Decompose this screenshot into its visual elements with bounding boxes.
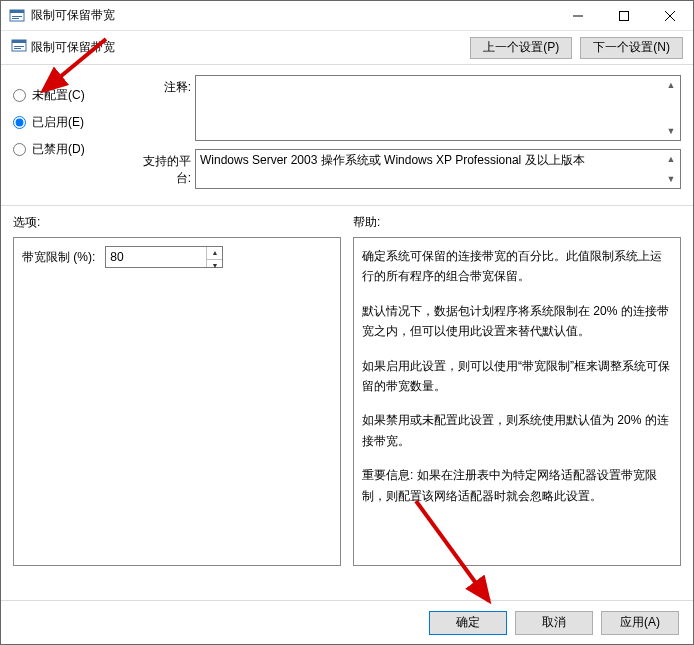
comment-input[interactable]: ▲ ▼ (195, 75, 681, 141)
svg-rect-2 (12, 16, 22, 17)
svg-rect-7 (14, 46, 24, 47)
radio-not-configured-label: 未配置(C) (32, 87, 85, 104)
prev-setting-button[interactable]: 上一个设置(P) (470, 37, 572, 59)
svg-rect-1 (10, 10, 24, 13)
subheader-title: 限制可保留带宽 (31, 39, 115, 56)
lower-area: 选项: 带宽限制 (%): ▲ ▼ 帮助: 确定系统可保留的连接带宽的百分比。此… (1, 206, 693, 566)
help-p1: 确定系统可保留的连接带宽的百分比。此值限制系统上运行的所有程序的组合带宽保留。 (362, 246, 672, 287)
radio-disabled-label: 已禁用(D) (32, 141, 85, 158)
close-button[interactable] (647, 1, 693, 31)
config-area: 未配置(C) 已启用(E) 已禁用(D) 注释: ▲ ▼ 支持的平台: Wind (1, 65, 693, 206)
subheader: 限制可保留带宽 上一个设置(P) 下一个设置(N) (1, 31, 693, 65)
svg-rect-3 (12, 18, 19, 19)
title-bar: 限制可保留带宽 (1, 1, 693, 31)
help-p5: 重要信息: 如果在注册表中为特定网络适配器设置带宽限制，则配置该网络适配器时就会… (362, 465, 672, 506)
dialog-buttons: 确定 取消 应用(A) (1, 600, 693, 644)
scroll-down-icon[interactable]: ▼ (663, 123, 679, 139)
comment-scrollbar[interactable]: ▲ ▼ (663, 77, 679, 139)
spinner-down-icon[interactable]: ▼ (207, 260, 222, 272)
help-p4: 如果禁用或未配置此设置，则系统使用默认值为 20% 的连接带宽。 (362, 410, 672, 451)
bandwidth-limit-spinner[interactable]: ▲ ▼ (105, 246, 223, 268)
radio-enabled-input[interactable] (13, 116, 26, 129)
spinner-up-icon[interactable]: ▲ (207, 247, 222, 260)
svg-rect-6 (12, 40, 26, 43)
cancel-button[interactable]: 取消 (515, 611, 593, 635)
help-p2: 默认情况下，数据包计划程序将系统限制在 20% 的连接带宽之内，但可以使用此设置… (362, 301, 672, 342)
svg-rect-4 (620, 11, 629, 20)
help-label: 帮助: (353, 214, 681, 231)
platform-label: 支持的平台: (135, 149, 195, 187)
help-panel: 确定系统可保留的连接带宽的百分比。此值限制系统上运行的所有程序的组合带宽保留。 … (353, 237, 681, 566)
radio-enabled-label: 已启用(E) (32, 114, 84, 131)
help-p3: 如果启用此设置，则可以使用“带宽限制”框来调整系统可保留的带宽数量。 (362, 356, 672, 397)
minimize-button[interactable] (555, 1, 601, 31)
svg-rect-8 (14, 48, 21, 49)
state-radio-group: 未配置(C) 已启用(E) 已禁用(D) (13, 75, 123, 197)
next-setting-button[interactable]: 下一个设置(N) (580, 37, 683, 59)
platform-value: Windows Server 2003 操作系统或 Windows XP Pro… (200, 153, 585, 167)
maximize-button[interactable] (601, 1, 647, 31)
ok-button[interactable]: 确定 (429, 611, 507, 635)
radio-disabled-input[interactable] (13, 143, 26, 156)
app-icon (9, 8, 25, 24)
comment-label: 注释: (135, 75, 195, 96)
bandwidth-limit-input[interactable] (106, 247, 206, 267)
platform-scrollbar[interactable]: ▲ ▼ (663, 151, 679, 187)
options-label: 选项: (13, 214, 341, 231)
radio-not-configured-input[interactable] (13, 89, 26, 102)
radio-disabled[interactable]: 已禁用(D) (13, 141, 123, 158)
scroll-down-icon[interactable]: ▼ (663, 171, 679, 187)
radio-enabled[interactable]: 已启用(E) (13, 114, 123, 131)
options-panel: 带宽限制 (%): ▲ ▼ (13, 237, 341, 566)
scroll-up-icon[interactable]: ▲ (663, 151, 679, 167)
window-title: 限制可保留带宽 (31, 7, 555, 24)
scroll-up-icon[interactable]: ▲ (663, 77, 679, 93)
bandwidth-limit-label: 带宽限制 (%): (22, 247, 95, 267)
platform-box: Windows Server 2003 操作系统或 Windows XP Pro… (195, 149, 681, 189)
policy-icon (11, 38, 27, 57)
apply-button[interactable]: 应用(A) (601, 611, 679, 635)
radio-not-configured[interactable]: 未配置(C) (13, 87, 123, 104)
